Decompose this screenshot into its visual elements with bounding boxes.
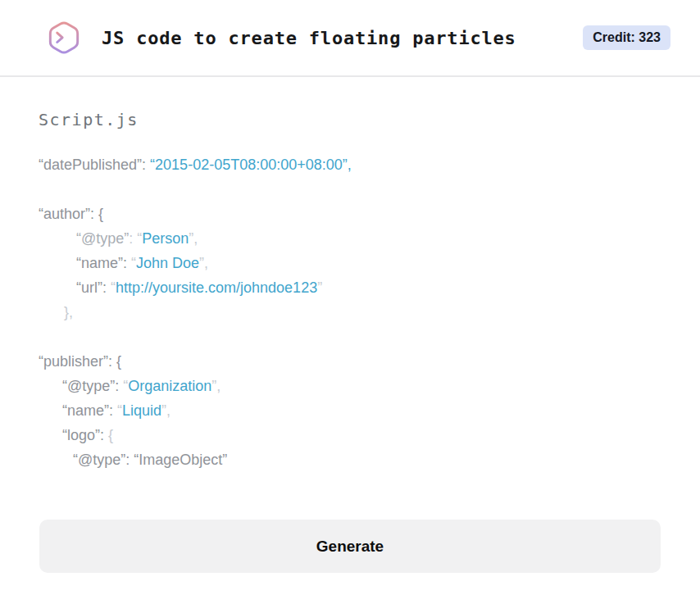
header: JS code to create floating particles Cre… [0,0,700,77]
code-line: “@type”: “Person”, [39,226,661,251]
terminal-prompt-hexagon-icon [46,18,82,57]
main-content: Script.js “datePublished”: “2015-02-05T0… [0,77,700,573]
generate-button[interactable]: Generate [39,520,661,573]
credit-badge: Credit: 323 [583,25,670,50]
file-title: Script.js [39,110,661,129]
code-line: “publisher”: { [39,349,661,374]
code-line: “logo”: { [39,423,661,447]
code-line: “@type”: “Organization”, [39,374,661,398]
code-line: “name”: “John Doe”, [39,251,661,275]
code-line: }, [39,300,661,325]
code-line: “url”: “http://yoursite.com/johndoe123” [39,275,661,300]
code-line: “@type”: “ImageObject” [39,447,661,472]
code-line: “datePublished”: “2015-02-05T08:00:00+08… [39,152,661,177]
page-title: JS code to create floating particles [102,28,516,48]
code-block: “datePublished”: “2015-02-05T08:00:00+08… [39,152,661,472]
code-line: “author”: { [39,202,661,226]
code-line [39,177,661,202]
code-line [39,325,661,349]
code-line: “name”: “Liquid”, [39,398,661,423]
